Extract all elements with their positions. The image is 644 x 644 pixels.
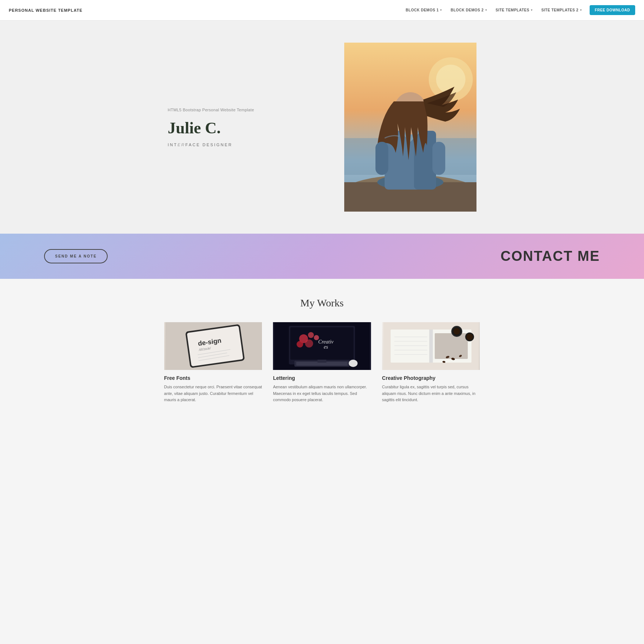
work-title-fonts: Free Fonts [164,375,262,381]
work-card-fonts: de-sign /dɪˈzaɪn/ Free Fonts Duis consec… [164,322,262,403]
work-title-lettering: Lettering [273,375,371,381]
contact-title: CONTACT ME [501,248,600,264]
svg-text:Creativ: Creativ [318,339,334,345]
hero-section: HTML5 Bootstrap Personal Website Templat… [0,21,644,234]
navbar-links: BLOCK DEMOS 1 ▾ BLOCK DEMOS 2 ▾ SITE TEM… [402,5,635,15]
hero-name: Julie C. [168,119,322,137]
work-card-photography: Creative Photography Curabitur ligula ex… [382,322,480,403]
hero-text: HTML5 Bootstrap Personal Website Templat… [168,108,322,147]
works-section-title: My Works [22,297,622,309]
navbar: PERSONAL WEBSITE TEMPLATE BLOCK DEMOS 1 … [0,0,644,21]
svg-rect-35 [317,360,326,363]
work-desc-lettering: Aenean vestibulum aliquam mauris non ull… [273,384,371,403]
chevron-down-icon: ▾ [580,8,582,12]
chevron-down-icon: ▾ [440,8,442,12]
svg-text:es: es [324,344,328,350]
svg-point-28 [296,341,303,348]
svg-point-36 [349,360,357,367]
svg-point-51 [466,334,473,340]
hero-role-italic: er [177,143,185,147]
work-title-photography: Creative Photography [382,375,480,381]
works-section: My Works de-sign /dɪˈzaɪn/ Free Fonts [0,279,644,425]
work-image-lettering: Creativ es [273,322,371,370]
nav-block-demos-2[interactable]: BLOCK DEMOS 2 ▾ [447,6,490,14]
work-desc-photography: Curabitur ligula ex, sagittis vel turpis… [382,384,480,403]
svg-rect-14 [432,142,445,175]
nav-site-templates[interactable]: SITE TEMPLATES ▾ [492,6,536,14]
svg-point-27 [308,332,314,338]
work-desc-fonts: Duis consectetur neque orci. Praesent vi… [164,384,262,403]
send-note-button[interactable]: SEND ME A NOTE [44,249,108,263]
svg-rect-13 [375,142,388,175]
chevron-down-icon: ▾ [531,8,533,12]
navbar-brand: PERSONAL WEBSITE TEMPLATE [9,8,83,12]
nav-site-templates-2[interactable]: SITE TEMPLATES 2 ▾ [537,6,585,14]
hero-subtitle: HTML5 Bootstrap Personal Website Templat… [168,108,322,112]
hero-role-prefix: INT [168,143,178,147]
svg-rect-17 [187,326,243,367]
hero-image [344,43,476,212]
svg-rect-40 [429,330,433,363]
nav-block-demos-1[interactable]: BLOCK DEMOS 1 ▾ [402,6,445,14]
work-image-fonts: de-sign /dɪˈzaɪn/ [164,322,262,370]
hero-role: INTerFACE DESIGNER [168,143,322,147]
svg-point-29 [305,339,313,348]
hero-photo [344,43,476,212]
works-grid: de-sign /dɪˈzaɪn/ Free Fonts Duis consec… [164,322,480,403]
svg-point-49 [453,328,460,335]
svg-rect-38 [391,330,431,363]
work-card-lettering: Creativ es Lettering Aenean vestibulum a… [273,322,371,403]
contact-banner: SEND ME A NOTE CONTACT ME [0,234,644,279]
hero-role-suffix: FACE DESIGNER [186,143,233,147]
svg-rect-46 [435,333,468,359]
work-image-photography [382,322,480,370]
free-download-button[interactable]: FREE DOWNLOAD [590,5,635,15]
chevron-down-icon: ▾ [485,8,487,12]
